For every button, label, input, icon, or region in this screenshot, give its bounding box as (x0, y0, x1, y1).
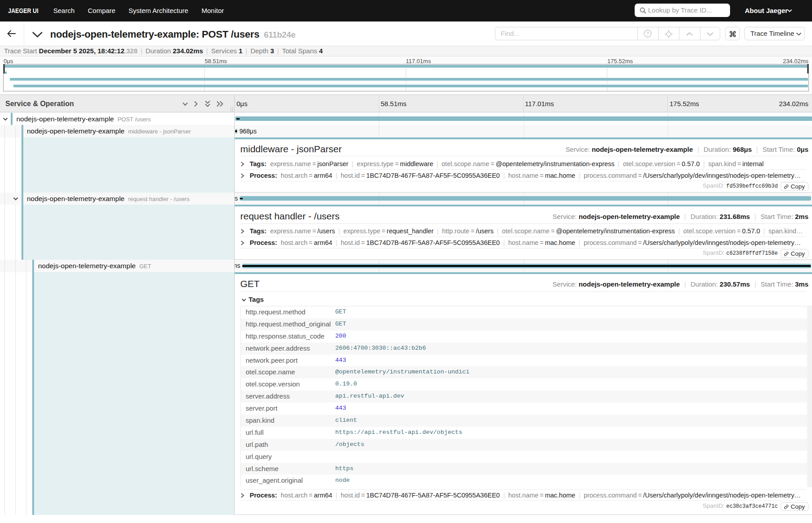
svg-text:?: ? (646, 31, 649, 36)
